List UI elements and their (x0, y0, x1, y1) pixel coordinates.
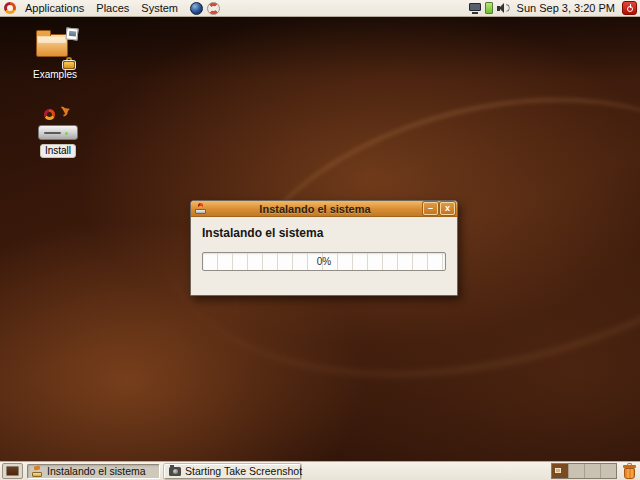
workspace-cell-1[interactable] (552, 464, 568, 478)
workspace-window-thumbnail (555, 468, 561, 473)
menu-system[interactable]: System (135, 1, 184, 15)
power-button-icon[interactable] (622, 1, 637, 15)
taskbar-item-screenshot[interactable]: Starting Take Screenshot (164, 464, 301, 479)
menu-applications[interactable]: Applications (19, 1, 90, 15)
titlebar[interactable]: Instalando el sistema – x (191, 201, 457, 217)
clock[interactable]: Sun Sep 3, 3:20 PM (514, 2, 618, 14)
system-tray: Sun Sep 3, 3:20 PM (469, 1, 640, 15)
install-window-icon (32, 466, 43, 477)
icon-label: Examples (33, 69, 77, 80)
volume-icon[interactable] (497, 3, 510, 14)
browser-globe-icon[interactable] (190, 2, 203, 15)
camera-icon (169, 467, 181, 476)
window-title: Instalando el sistema (209, 203, 421, 215)
icon-label: Install (40, 144, 76, 158)
close-button[interactable]: x (440, 202, 455, 215)
ubuntu-logo-icon[interactable] (4, 2, 16, 14)
window-body: Instalando el sistema 0% (191, 217, 457, 271)
top-panel: Applications Places System Sun Sep 3, 3:… (0, 0, 640, 17)
installer-window: Instalando el sistema – x Instalando el … (190, 200, 458, 296)
task-label: Starting Take Screenshot (185, 465, 302, 477)
ubuntu-arrow-emblem-icon (44, 106, 72, 122)
folder-icon (36, 34, 68, 57)
bottom-panel: Instalando el sistema Starting Take Scre… (0, 461, 640, 480)
progress-bar: 0% (202, 252, 446, 271)
task-label: Instalando el sistema (47, 465, 146, 477)
show-desktop-button[interactable] (2, 463, 23, 479)
progress-percent-label: 0% (203, 253, 445, 270)
minimize-button[interactable]: – (423, 202, 438, 215)
window-icon (195, 203, 207, 215)
taskbar-item-instalando[interactable]: Instalando el sistema (27, 464, 160, 479)
desktop-icon-install[interactable]: Install (27, 106, 89, 158)
drive-icon (38, 125, 78, 140)
photo-emblem-icon (65, 27, 78, 40)
desktop-icon-examples[interactable]: Examples (24, 28, 86, 82)
workspace-cell-2[interactable] (568, 464, 584, 478)
trash-icon[interactable] (622, 463, 637, 479)
workspace-switcher[interactable] (551, 463, 617, 479)
menu-places[interactable]: Places (90, 1, 135, 15)
workspace-cell-3[interactable] (584, 464, 600, 478)
help-lifesaver-icon[interactable] (207, 2, 220, 15)
display-icon[interactable] (469, 3, 481, 14)
workspace-cell-4[interactable] (600, 464, 616, 478)
lock-emblem-icon (63, 57, 76, 70)
dialog-heading: Instalando el sistema (202, 226, 446, 240)
battery-icon[interactable] (485, 2, 493, 14)
